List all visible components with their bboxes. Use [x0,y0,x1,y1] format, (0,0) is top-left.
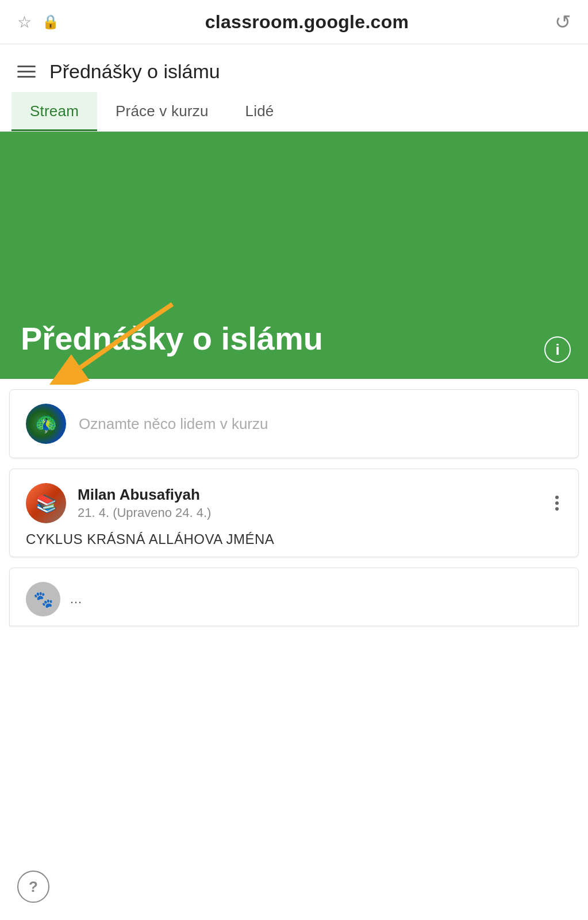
post-meta: Milan Abusafiyah 21. 4. (Upraveno 24. 4.… [78,486,540,520]
security-icon: 🔒 [42,14,59,30]
info-button[interactable]: i [544,336,571,363]
page-title: Přednášky o islámu [49,60,220,83]
annotation-arrow [34,293,195,385]
tabs-bar: Stream Práce v kurzu Lidé [0,92,588,132]
post-card: 📚 Milan Abusafiyah 21. 4. (Upraveno 24. … [9,469,579,557]
user-avatar: 🦚 [26,404,66,444]
partial-post-avatar: 🐾 [26,582,60,616]
browser-right-controls: ↺ [555,10,571,33]
tab-prace-v-kurzu[interactable]: Práce v kurzu [97,92,227,131]
post-author-avatar: 📚 [26,483,66,523]
partial-post-card: 🐾 … [9,568,579,626]
url-bar[interactable]: classroom.google.com [205,12,409,33]
partial-post-preview: … [70,592,82,607]
announce-card[interactable]: 🦚 Oznamte něco lidem v kurzu [9,389,579,458]
browser-left-controls: ☆ 🔒 [17,13,59,32]
post-content: CYKLUS KRÁSNÁ ALLÁHOVA JMÉNA [26,531,562,547]
tab-lide[interactable]: Lidé [227,92,293,131]
browser-chrome: ☆ 🔒 classroom.google.com ↺ [0,0,588,44]
partial-post-header: 🐾 … [26,582,562,616]
reload-icon[interactable]: ↺ [555,10,571,33]
app-header: Přednášky o islámu [0,44,588,92]
announce-placeholder[interactable]: Oznamte něco lidem v kurzu [79,415,268,433]
post-date: 21. 4. (Upraveno 24. 4.) [78,505,540,520]
post-author-name: Milan Abusafiyah [78,486,540,504]
hamburger-menu-icon[interactable] [17,66,36,78]
post-menu-button[interactable] [552,492,562,514]
tab-stream[interactable]: Stream [11,92,97,131]
bookmark-icon[interactable]: ☆ [17,13,32,32]
post-header: 📚 Milan Abusafiyah 21. 4. (Upraveno 24. … [26,483,562,523]
help-button[interactable]: ? [17,871,49,903]
